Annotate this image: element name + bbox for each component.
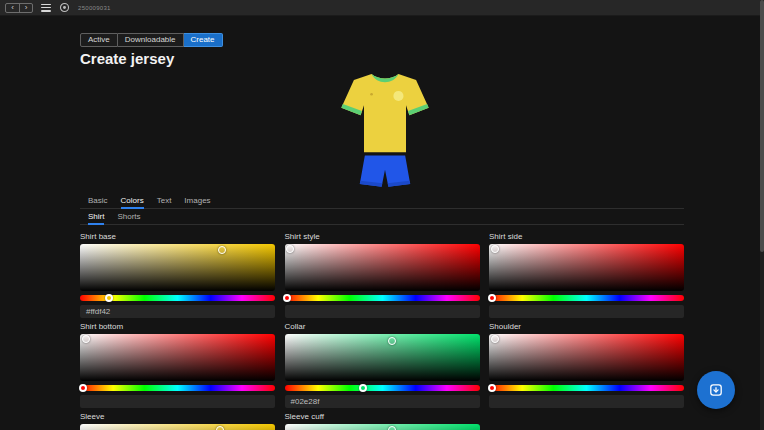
color-cursor[interactable]: [388, 426, 396, 430]
page-title: Create jersey: [80, 50, 174, 67]
hex-input[interactable]: [80, 395, 275, 408]
picker-label: Sleeve: [80, 412, 275, 421]
hue-slider-handle[interactable]: [105, 294, 113, 302]
session-id-text: 250009031: [78, 5, 111, 11]
picker-label: Sleeve cuff: [285, 412, 480, 421]
color-picker-3: Shirt bottom: [80, 322, 275, 408]
saturation-value-area[interactable]: [489, 334, 684, 381]
tab-create[interactable]: Create: [184, 33, 223, 47]
picker-label: Shirt style: [285, 232, 480, 241]
save-button[interactable]: [697, 371, 735, 409]
hex-input[interactable]: [285, 305, 480, 318]
hue-slider-handle[interactable]: [359, 384, 367, 392]
hex-input[interactable]: [489, 395, 684, 408]
tab-images[interactable]: Images: [184, 196, 210, 209]
hex-input[interactable]: #02e28f: [285, 395, 480, 408]
hue-slider[interactable]: [285, 295, 480, 301]
saturation-value-area[interactable]: [285, 424, 480, 430]
part-tabs: Shirt Shorts: [80, 212, 684, 225]
hue-slider-handle[interactable]: [283, 294, 291, 302]
tab-shorts[interactable]: Shorts: [117, 212, 140, 225]
picker-label: Shirt side: [489, 232, 684, 241]
hue-slider[interactable]: [489, 295, 684, 301]
hue-slider[interactable]: [80, 385, 275, 391]
save-icon: [708, 382, 724, 398]
picker-label: Shirt base: [80, 232, 275, 241]
color-picker-5: Shoulder: [489, 322, 684, 408]
topbar: ‹ › 250009031: [0, 0, 764, 16]
color-picker-0: Shirt base #ffdf42: [80, 232, 275, 318]
saturation-value-area[interactable]: [80, 424, 275, 430]
saturation-value-area[interactable]: [80, 334, 275, 381]
scrollbar-track: [760, 0, 764, 430]
color-cursor[interactable]: [218, 246, 226, 254]
tab-downloadable[interactable]: Downloadable: [118, 33, 184, 47]
saturation-value-area[interactable]: [285, 244, 480, 291]
tab-colors[interactable]: Colors: [121, 196, 144, 209]
hue-slider[interactable]: [80, 295, 275, 301]
color-cursor[interactable]: [286, 245, 294, 253]
picker-label: Shoulder: [489, 322, 684, 331]
settings-icon[interactable]: [59, 2, 70, 13]
color-picker-7: Sleeve cuff: [285, 412, 480, 430]
tab-text[interactable]: Text: [157, 196, 172, 209]
color-cursor[interactable]: [216, 426, 224, 430]
saturation-value-area[interactable]: [80, 244, 275, 291]
jersey-preview: [334, 64, 436, 190]
picker-label: Collar: [285, 322, 480, 331]
color-cursor[interactable]: [491, 245, 499, 253]
color-picker-4: Collar #02e28f: [285, 322, 480, 408]
tab-basic[interactable]: Basic: [88, 196, 108, 209]
saturation-value-area[interactable]: [489, 244, 684, 291]
editor-tabs: Basic Colors Text Images: [80, 196, 684, 209]
forward-button[interactable]: ›: [19, 4, 32, 12]
hue-slider[interactable]: [489, 385, 684, 391]
menu-icon[interactable]: [41, 4, 51, 12]
picker-grid: Shirt base #ffdf42 Shirt style Shirt sid…: [80, 232, 684, 430]
tab-shirt[interactable]: Shirt: [88, 212, 104, 225]
color-picker-6: Sleeve: [80, 412, 275, 430]
view-tabs: Active Downloadable Create: [80, 33, 223, 47]
hue-slider-handle[interactable]: [79, 384, 87, 392]
hue-slider-handle[interactable]: [488, 294, 496, 302]
saturation-value-area[interactable]: [285, 334, 480, 381]
nav-button-group: ‹ ›: [5, 3, 33, 13]
color-picker-1: Shirt style: [285, 232, 480, 318]
scrollbar-thumb[interactable]: [760, 0, 764, 252]
hex-input[interactable]: #ffdf42: [80, 305, 275, 318]
back-button[interactable]: ‹: [6, 4, 19, 12]
badge: [393, 91, 403, 101]
color-cursor[interactable]: [82, 335, 90, 343]
color-picker-2: Shirt side: [489, 232, 684, 318]
tab-active[interactable]: Active: [80, 33, 118, 47]
color-cursor[interactable]: [388, 337, 396, 345]
color-cursor[interactable]: [491, 335, 499, 343]
hue-slider-handle[interactable]: [488, 384, 496, 392]
hue-slider[interactable]: [285, 385, 480, 391]
chest-mark: [370, 93, 373, 96]
shirt-body: [341, 74, 428, 152]
picker-label: Shirt bottom: [80, 322, 275, 331]
hex-input[interactable]: [489, 305, 684, 318]
